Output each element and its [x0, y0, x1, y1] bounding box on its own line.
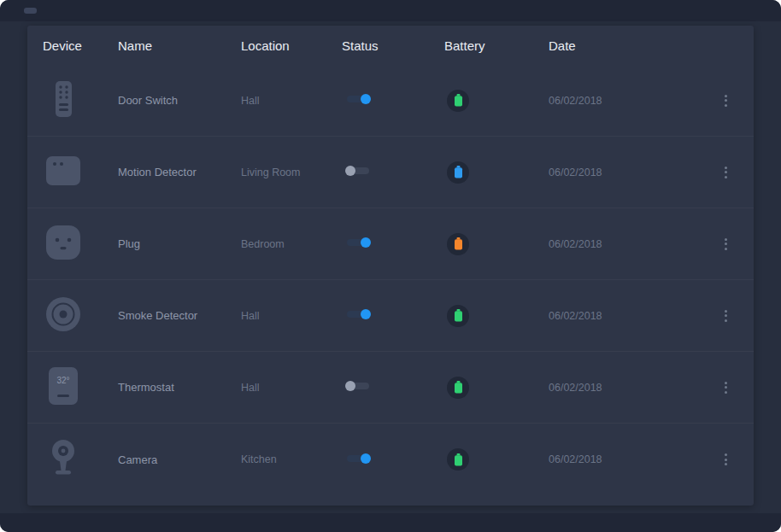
device-location: Hall	[241, 382, 342, 394]
toggle-knob	[361, 453, 371, 464]
status-toggle[interactable]	[345, 237, 371, 248]
motion-detector-icon	[44, 151, 82, 190]
battery-cell	[444, 161, 549, 184]
toggle-knob	[361, 309, 371, 319]
device-icon-cell	[43, 79, 118, 122]
table-row: Camera Kitchen 06/02/2018	[27, 424, 754, 495]
row-menu-button[interactable]	[713, 305, 738, 327]
window-bottombar	[0, 513, 781, 532]
toggle-knob	[361, 237, 371, 248]
device-date: 06/02/2018	[549, 167, 713, 178]
device-icon-cell	[43, 295, 118, 337]
battery-indicator	[447, 90, 469, 112]
device-icon-cell: 32°	[43, 366, 118, 409]
device-icon-cell	[43, 438, 118, 481]
table-body: Door Switch Hall 06/02/2018 Motion Detec…	[27, 65, 754, 495]
battery-cell	[444, 305, 549, 327]
device-location: Bedroom	[241, 238, 342, 250]
status-cell	[342, 380, 444, 395]
row-menu-button[interactable]	[713, 90, 738, 112]
battery-icon	[454, 309, 463, 322]
smoke-detector-icon	[44, 295, 82, 334]
device-location: Living Room	[241, 167, 342, 178]
battery-indicator	[447, 233, 469, 255]
device-name: Smoke Detector	[118, 309, 241, 322]
status-cell	[342, 165, 444, 180]
status-cell	[342, 308, 444, 324]
column-header-device: Device	[43, 38, 118, 53]
device-location: Hall	[241, 310, 342, 322]
table-row: Smoke Detector Hall 06/02/2018	[27, 280, 754, 352]
device-name: Camera	[118, 453, 241, 466]
device-date: 06/02/2018	[549, 310, 713, 322]
row-menu-button[interactable]	[713, 448, 738, 471]
battery-icon	[454, 94, 463, 107]
row-menu-button[interactable]	[713, 377, 738, 399]
table-header: Device Name Location Status Battery Date	[27, 26, 754, 65]
battery-cell	[444, 377, 549, 399]
battery-icon	[454, 237, 463, 250]
device-name: Thermostat	[118, 381, 241, 394]
status-toggle[interactable]	[345, 453, 371, 464]
status-toggle[interactable]	[345, 381, 371, 392]
column-header-name: Name	[118, 38, 241, 53]
battery-icon	[454, 381, 463, 394]
remote-icon	[44, 79, 82, 119]
status-cell	[342, 452, 444, 467]
battery-cell	[444, 448, 549, 471]
column-header-location: Location	[241, 38, 342, 53]
table-row: Plug Bedroom 06/02/2018	[27, 208, 754, 280]
app-window: Device Name Location Status Battery Date…	[0, 0, 781, 532]
status-toggle[interactable]	[345, 166, 371, 177]
battery-indicator	[447, 448, 469, 471]
toggle-knob	[361, 94, 371, 104]
device-icon-cell	[43, 151, 118, 194]
battery-indicator	[447, 377, 469, 399]
device-name: Plug	[118, 237, 241, 250]
status-cell	[342, 93, 444, 108]
device-location: Kitchen	[241, 453, 342, 465]
device-date: 06/02/2018	[549, 453, 713, 465]
battery-icon	[454, 453, 463, 466]
plug-icon	[44, 223, 82, 262]
device-name: Door Switch	[118, 94, 241, 107]
battery-indicator	[447, 305, 469, 327]
table-row: Motion Detector Living Room 06/02/2018	[27, 137, 754, 208]
battery-indicator	[447, 161, 469, 184]
thermostat-icon: 32°	[44, 366, 82, 406]
table-row: 32° Thermostat Hall 06/02/2018	[27, 352, 754, 424]
table-row: Door Switch Hall 06/02/2018	[27, 65, 754, 137]
device-table-card: Device Name Location Status Battery Date…	[27, 26, 754, 506]
toggle-knob	[345, 166, 355, 176]
status-cell	[342, 237, 444, 252]
svg-text:32°: 32°	[56, 376, 69, 385]
status-toggle[interactable]	[345, 94, 371, 105]
window-menu-indicator	[24, 8, 37, 14]
battery-cell	[444, 233, 549, 255]
row-menu-button[interactable]	[713, 233, 738, 255]
device-date: 06/02/2018	[549, 95, 713, 107]
battery-cell	[444, 90, 549, 112]
device-date: 06/02/2018	[549, 382, 713, 394]
column-header-battery: Battery	[444, 38, 549, 53]
window-titlebar	[0, 0, 781, 21]
device-location: Hall	[241, 95, 342, 107]
column-header-date: Date	[549, 38, 713, 53]
row-menu-button[interactable]	[713, 161, 738, 184]
column-header-status: Status	[342, 38, 444, 53]
device-name: Motion Detector	[118, 166, 241, 178]
camera-icon	[44, 438, 82, 477]
device-icon-cell	[43, 223, 118, 266]
device-date: 06/02/2018	[549, 238, 713, 250]
status-toggle[interactable]	[345, 309, 371, 320]
toggle-knob	[345, 381, 355, 391]
battery-icon	[454, 166, 463, 178]
